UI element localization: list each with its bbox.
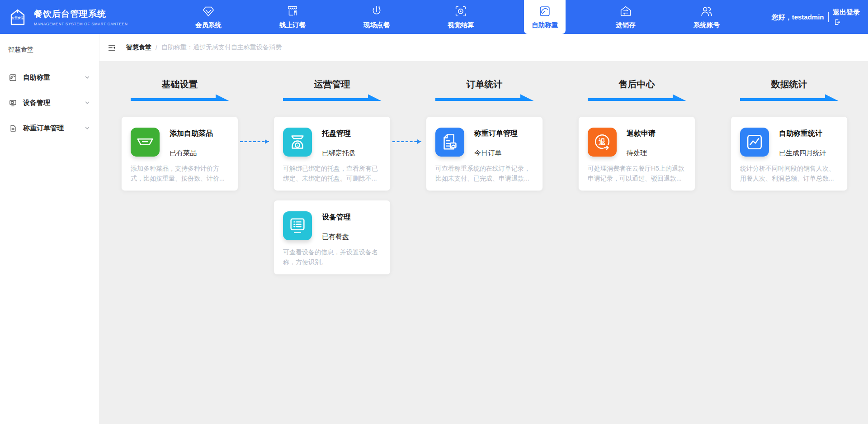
nav-item-inventory[interactable]: 进销存 xyxy=(608,0,643,34)
flow-grid: 基础设置 xyxy=(121,78,846,275)
chevron-down-icon xyxy=(85,75,90,80)
card-description: 可解绑已绑定的托盘，查看所有已绑定、未绑定的托盘。可删除不... xyxy=(283,164,381,183)
sidebar-item-self-weighing[interactable]: 自助称重 xyxy=(0,65,99,90)
card-title: 设备管理 xyxy=(322,213,351,222)
section-arrow xyxy=(131,94,229,101)
breadcrumb-current: 自助称重：通过无感支付自主称重设备消费 xyxy=(161,43,282,52)
nav-item-self-weighing[interactable]: 自助称重 xyxy=(524,0,566,34)
nav-item-system-accounts[interactable]: 系统账号 xyxy=(686,0,727,34)
sidebar: 智慧食堂 自助称重 设备管 xyxy=(0,34,99,424)
section-arrow xyxy=(435,94,534,101)
logout-button[interactable]: 退出登录 xyxy=(833,7,861,27)
main-nav: 会员系统 线上订餐 现场点餐 xyxy=(166,0,749,34)
app-title: 餐饮后台管理系统 xyxy=(34,8,127,20)
nav-item-visual-checkout[interactable]: 视觉结算 xyxy=(440,0,481,34)
section-header: 数据统计 xyxy=(740,78,839,101)
warehouse-transfer-icon xyxy=(619,5,632,18)
card-title: 自助称重统计 xyxy=(779,129,826,138)
dish-icon xyxy=(131,128,160,157)
card-tray-management[interactable]: 托盘管理 已绑定托盘 可解绑已绑定的托盘，查看所有已绑定、未绑定的托盘。可删除不… xyxy=(274,116,391,191)
user-area: 您好，testadmin 退出登录 xyxy=(751,0,868,34)
storefront-icon xyxy=(286,5,299,18)
sidebar-item-device-management[interactable]: 设备管理 xyxy=(0,90,99,115)
nav-item-member-system[interactable]: 会员系统 xyxy=(188,0,229,34)
card-description: 添加多种菜品，支持多种计价方式，比如按重量、按份数、计价... xyxy=(131,164,229,183)
card-subtitle: 已生成四月统计 xyxy=(779,149,826,157)
card-description: 可查看设备的信息，并设置设备名称，方便识别。 xyxy=(283,248,381,267)
breadcrumb-separator: / xyxy=(156,44,157,51)
tray-scale-icon xyxy=(283,128,312,157)
flow-column-basic-settings: 基础设置 xyxy=(121,78,238,275)
user-greeting: 您好，testadmin xyxy=(772,12,824,22)
dashboard: 基础设置 xyxy=(99,61,868,424)
svg-text:智慧食堂: 智慧食堂 xyxy=(11,16,24,20)
chevron-down-icon xyxy=(85,100,90,105)
device-icon xyxy=(9,99,17,107)
nav-item-online-ordering[interactable]: 线上订餐 xyxy=(272,0,313,34)
app-logo-icon: 智慧食堂 xyxy=(7,7,28,28)
order-doc-icon xyxy=(435,128,464,157)
menu-fold-icon[interactable] xyxy=(108,43,116,52)
flow-column-after-sales: 售后中心 退 xyxy=(578,78,695,275)
card-subtitle: 今日订单 xyxy=(474,149,518,157)
breadcrumb-root[interactable]: 智慧食堂 xyxy=(126,43,151,52)
top-navbar: 智慧食堂 餐饮后台管理系统 MANAGEMENT SYSTEM OF SMART… xyxy=(0,0,868,34)
card-subtitle: 已绑定托盘 xyxy=(322,149,356,157)
flow-column-data-stats: 数据统计 xyxy=(731,78,848,275)
app-root: 智慧食堂 餐饮后台管理系统 MANAGEMENT SYSTEM OF SMART… xyxy=(0,0,868,424)
gauge-icon xyxy=(9,74,17,81)
flow-column-order-stats: 订单统计 xyxy=(426,78,543,275)
card-weighing-statistics[interactable]: 自助称重统计 已生成四月统计 统计分析不同时间段的销售人次、用餐人次、利润总额、… xyxy=(731,116,848,191)
section-header: 运营管理 xyxy=(283,78,382,101)
section-header: 售后中心 xyxy=(588,78,686,101)
chevron-down-icon xyxy=(85,125,90,131)
section-header: 订单统计 xyxy=(435,78,534,101)
card-description: 统计分析不同时间段的销售人次、用餐人次、利润总额、订单总数... xyxy=(740,164,838,183)
card-device-management[interactable]: 设备管理 已有餐盘 可查看设备的信息，并设置设备名称，方便识别。 xyxy=(274,200,391,275)
order-doc-icon xyxy=(9,124,17,132)
svg-text:退: 退 xyxy=(598,138,606,146)
card-title: 添加自助菜品 xyxy=(170,129,213,138)
device-screen-icon xyxy=(283,211,312,240)
card-description: 可处理消费者在云餐厅H5上的退款申请记录，可以通过、驳回退款... xyxy=(588,164,686,183)
nav-item-onsite-ordering[interactable]: 现场点餐 xyxy=(356,0,397,34)
card-title: 称重订单管理 xyxy=(474,129,518,138)
card-add-dishes[interactable]: 添加自助菜品 已有菜品 添加多种菜品，支持多种计价方式，比如按重量、按份数、计价… xyxy=(121,116,238,191)
sidebar-menu: 自助称重 设备管理 称重订 xyxy=(0,65,99,141)
divider xyxy=(828,12,829,22)
breadcrumb: 智慧食堂 / 自助称重：通过无感支付自主称重设备消费 xyxy=(99,34,868,61)
card-description: 可查看称重系统的在线订单记录，比如未支付、已完成、申请退款... xyxy=(435,164,533,183)
card-subtitle: 已有菜品 xyxy=(170,149,213,157)
content-area: 智慧食堂 / 自助称重：通过无感支付自主称重设备消费 基础设置 xyxy=(99,34,868,424)
flow-column-operations: 运营管理 xyxy=(274,78,391,275)
card-subtitle: 已有餐盘 xyxy=(322,233,351,241)
flow-arrow xyxy=(240,141,269,142)
card-weighing-orders[interactable]: 称重订单管理 今日订单 可查看称重系统的在线订单记录，比如未支付、已完成、申请退… xyxy=(426,116,543,191)
app-subtitle: MANAGEMENT SYSTEM OF SMART CANTEEN xyxy=(34,22,127,26)
section-arrow xyxy=(283,94,382,101)
logout-icon xyxy=(834,19,840,25)
section-arrow xyxy=(740,94,839,101)
gauge-icon xyxy=(538,5,552,18)
app-brand[interactable]: 智慧食堂 餐饮后台管理系统 MANAGEMENT SYSTEM OF SMART… xyxy=(0,0,166,34)
scan-eye-icon xyxy=(454,5,467,18)
card-subtitle: 待处理 xyxy=(627,149,656,157)
flow-arrow xyxy=(392,141,421,142)
section-arrow xyxy=(588,94,686,101)
refund-icon: 退 xyxy=(588,128,617,157)
sidebar-title: 智慧食堂 xyxy=(0,34,99,57)
card-title: 托盘管理 xyxy=(322,129,356,138)
section-header: 基础设置 xyxy=(131,78,229,101)
line-chart-icon xyxy=(740,128,769,157)
card-title: 退款申请 xyxy=(627,129,656,138)
card-refund-requests[interactable]: 退 退款申请 待处理 可处理消费者在云餐厅H5 xyxy=(578,116,695,191)
users-icon xyxy=(700,5,713,18)
sidebar-item-weighing-orders[interactable]: 称重订单管理 xyxy=(0,115,99,141)
tap-order-icon xyxy=(370,5,383,18)
gem-icon xyxy=(202,5,215,18)
